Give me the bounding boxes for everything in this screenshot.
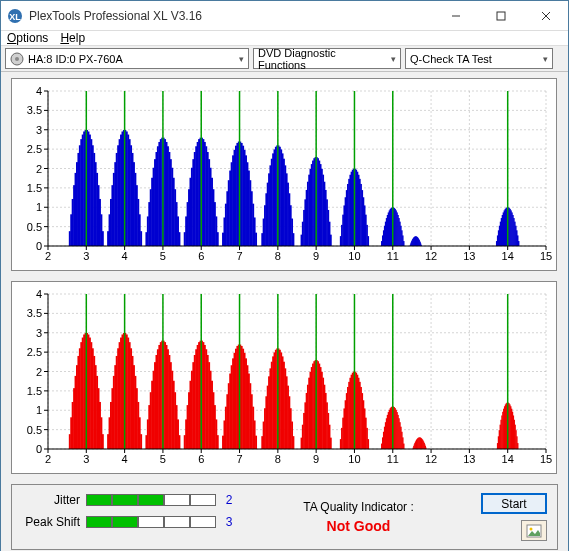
svg-text:0: 0 <box>36 240 42 252</box>
svg-text:4: 4 <box>122 453 128 465</box>
test-select[interactable]: Q-Check TA Test <box>405 48 553 69</box>
svg-text:4: 4 <box>36 85 42 97</box>
function-select[interactable]: DVD Diagnostic Functions <box>253 48 401 69</box>
peakshift-label: Peak Shift <box>22 515 80 529</box>
svg-text:14: 14 <box>502 453 514 465</box>
jitter-value: 2 <box>222 493 236 507</box>
svg-text:3: 3 <box>83 250 89 262</box>
titlebar[interactable]: XL PlexTools Professional XL V3.16 <box>1 1 568 31</box>
svg-text:3: 3 <box>83 453 89 465</box>
toolbar: HA:8 ID:0 PX-760A DVD Diagnostic Functio… <box>1 46 568 72</box>
svg-text:2.5: 2.5 <box>27 346 42 358</box>
menu-options[interactable]: Options <box>7 31 48 45</box>
svg-text:13: 13 <box>463 250 475 262</box>
svg-text:3: 3 <box>36 124 42 136</box>
chart-bottom: 00.511.522.533.5423456789101112131415 <box>11 281 557 474</box>
segment <box>164 494 190 506</box>
svg-text:15: 15 <box>540 250 552 262</box>
svg-text:1.5: 1.5 <box>27 182 42 194</box>
drive-icon <box>10 52 24 66</box>
jitter-label: Jitter <box>22 493 80 507</box>
svg-text:6: 6 <box>198 453 204 465</box>
svg-text:1: 1 <box>36 201 42 213</box>
svg-rect-222 <box>367 236 369 246</box>
svg-text:3.5: 3.5 <box>27 307 42 319</box>
svg-text:9: 9 <box>313 250 319 262</box>
peakshift-value: 3 <box>222 515 236 529</box>
svg-rect-246 <box>403 241 404 246</box>
svg-rect-639 <box>517 443 518 449</box>
svg-text:9: 9 <box>313 453 319 465</box>
window-title: PlexTools Professional XL V3.16 <box>29 9 433 23</box>
svg-text:0.5: 0.5 <box>27 221 42 233</box>
svg-text:8: 8 <box>275 250 281 262</box>
svg-text:XL: XL <box>9 12 21 22</box>
segment <box>138 494 164 506</box>
taq-value: Not Good <box>327 518 391 534</box>
peakshift-bars <box>86 516 216 528</box>
svg-rect-150 <box>255 233 257 246</box>
svg-text:12: 12 <box>425 453 437 465</box>
svg-rect-294 <box>518 241 519 246</box>
svg-text:7: 7 <box>236 453 242 465</box>
svg-rect-519 <box>293 436 295 449</box>
menu-help[interactable]: Help <box>60 31 85 45</box>
svg-rect-447 <box>178 435 180 449</box>
svg-rect-495 <box>255 436 257 449</box>
svg-rect-423 <box>140 434 142 449</box>
svg-text:0: 0 <box>36 443 42 455</box>
svg-rect-78 <box>140 231 142 246</box>
minimize-button[interactable] <box>433 1 478 30</box>
svg-rect-174 <box>293 233 295 246</box>
svg-rect-198 <box>330 235 332 246</box>
svg-text:4: 4 <box>122 250 128 262</box>
svg-text:1.5: 1.5 <box>27 385 42 397</box>
app-icon: XL <box>7 8 23 24</box>
maximize-button[interactable] <box>478 1 523 30</box>
svg-text:5: 5 <box>160 453 166 465</box>
save-image-button[interactable] <box>521 520 547 541</box>
segment <box>164 516 190 528</box>
svg-text:2: 2 <box>45 453 51 465</box>
svg-rect-591 <box>403 444 404 449</box>
segment <box>190 494 216 506</box>
menubar: Options Help <box>1 31 568 46</box>
svg-text:3: 3 <box>36 327 42 339</box>
picture-icon <box>526 524 542 538</box>
svg-rect-567 <box>367 439 369 449</box>
svg-text:0.5: 0.5 <box>27 424 42 436</box>
taq-label: TA Quality Indicator : <box>303 500 414 514</box>
svg-text:1: 1 <box>36 404 42 416</box>
svg-text:2: 2 <box>36 366 42 378</box>
svg-text:14: 14 <box>502 250 514 262</box>
svg-text:12: 12 <box>425 250 437 262</box>
segment <box>138 516 164 528</box>
svg-text:2: 2 <box>45 250 51 262</box>
svg-text:10: 10 <box>348 250 360 262</box>
segment <box>86 494 112 506</box>
svg-text:3.5: 3.5 <box>27 104 42 116</box>
segment <box>86 516 112 528</box>
svg-rect-543 <box>330 438 332 449</box>
svg-text:11: 11 <box>387 250 399 262</box>
svg-text:4: 4 <box>36 288 42 300</box>
svg-text:5: 5 <box>160 250 166 262</box>
svg-point-699 <box>530 527 533 530</box>
svg-text:13: 13 <box>463 453 475 465</box>
svg-text:6: 6 <box>198 250 204 262</box>
metrics-panel: Jitter 2 Peak Shift 3 TA Quality Indicat… <box>11 484 558 550</box>
drive-select[interactable]: HA:8 ID:0 PX-760A <box>5 48 249 69</box>
jitter-bars <box>86 494 216 506</box>
svg-rect-3 <box>497 12 505 20</box>
svg-point-7 <box>15 57 19 61</box>
segment <box>190 516 216 528</box>
svg-rect-54 <box>102 231 104 246</box>
svg-text:2.5: 2.5 <box>27 143 42 155</box>
svg-text:2: 2 <box>36 163 42 175</box>
svg-rect-399 <box>102 434 104 449</box>
segment <box>112 494 138 506</box>
close-button[interactable] <box>523 1 568 30</box>
svg-text:8: 8 <box>275 453 281 465</box>
start-button[interactable]: Start <box>481 493 547 514</box>
svg-rect-471 <box>217 435 219 449</box>
